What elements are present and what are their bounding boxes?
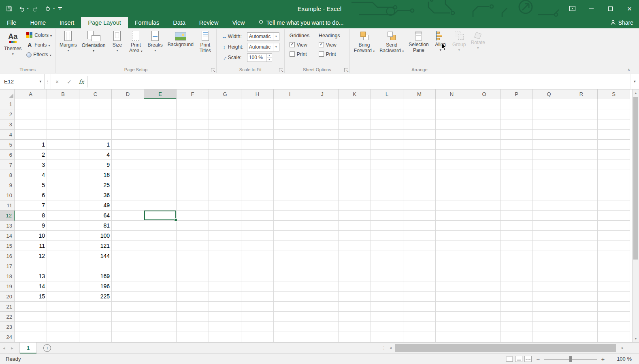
cell-D18[interactable] <box>112 271 144 281</box>
column-header-S[interactable]: S <box>598 89 630 99</box>
cell-E5[interactable] <box>144 140 177 150</box>
cell-A16[interactable]: 12 <box>15 251 47 261</box>
cell-J17[interactable] <box>306 261 339 271</box>
tab-file[interactable]: File <box>0 17 23 28</box>
cell-G20[interactable] <box>209 292 241 302</box>
cell-A22[interactable] <box>15 312 47 322</box>
row-header-17[interactable]: 17 <box>0 261 15 271</box>
cell-J4[interactable] <box>306 130 339 140</box>
cell-Q16[interactable] <box>533 251 565 261</box>
cell-L15[interactable] <box>371 241 403 251</box>
orientation-button[interactable]: Orientation <box>79 30 108 52</box>
cell-M1[interactable] <box>403 99 436 109</box>
cell-B14[interactable] <box>47 231 79 241</box>
cell-F12[interactable] <box>177 211 209 221</box>
page-setup-dialog-launcher[interactable] <box>211 68 215 72</box>
cell-L13[interactable] <box>371 221 403 231</box>
cell-E2[interactable] <box>144 109 177 119</box>
cell-E22[interactable] <box>144 312 177 322</box>
cell-G4[interactable] <box>209 130 241 140</box>
cell-L10[interactable] <box>371 190 403 200</box>
cell-E3[interactable] <box>144 119 177 130</box>
cell-L9[interactable] <box>371 180 403 190</box>
cell-I2[interactable] <box>274 109 306 119</box>
cell-G11[interactable] <box>209 200 241 211</box>
cell-B10[interactable] <box>47 190 79 200</box>
cell-S4[interactable] <box>598 130 630 140</box>
cell-S10[interactable] <box>598 190 630 200</box>
cell-G18[interactable] <box>209 271 241 281</box>
width-combo[interactable]: Automatic <box>247 32 279 41</box>
cell-O12[interactable] <box>468 211 501 221</box>
close-button[interactable]: × <box>620 0 639 17</box>
cell-F21[interactable] <box>177 302 209 312</box>
cell-K11[interactable] <box>339 200 371 211</box>
cell-J14[interactable] <box>306 231 339 241</box>
cell-L2[interactable] <box>371 109 403 119</box>
name-box-caret-icon[interactable]: ▼ <box>37 80 44 83</box>
cell-S20[interactable] <box>598 292 630 302</box>
cell-M18[interactable] <box>403 271 436 281</box>
cell-R18[interactable] <box>565 271 598 281</box>
cell-A19[interactable]: 14 <box>15 281 47 292</box>
column-header-J[interactable]: J <box>306 89 339 99</box>
cell-P7[interactable] <box>501 160 533 170</box>
cell-H6[interactable] <box>241 150 274 160</box>
cell-D8[interactable] <box>112 170 144 180</box>
cell-R5[interactable] <box>565 140 598 150</box>
cell-R21[interactable] <box>565 302 598 312</box>
cell-P3[interactable] <box>501 119 533 130</box>
column-header-E[interactable]: E <box>144 89 177 99</box>
cell-I20[interactable] <box>274 292 306 302</box>
cell-P9[interactable] <box>501 180 533 190</box>
sheet-tab-1[interactable]: 1 <box>19 343 37 353</box>
column-header-I[interactable]: I <box>274 89 306 99</box>
row-header-8[interactable]: 8 <box>0 170 15 180</box>
cell-K12[interactable] <box>339 211 371 221</box>
row-header-22[interactable]: 22 <box>0 312 15 322</box>
cell-C21[interactable] <box>79 302 112 312</box>
cell-B5[interactable] <box>47 140 79 150</box>
cell-I15[interactable] <box>274 241 306 251</box>
headings-view-option[interactable]: View <box>319 40 345 49</box>
column-header-N[interactable]: N <box>436 89 468 99</box>
row-header-23[interactable]: 23 <box>0 322 15 332</box>
cell-D5[interactable] <box>112 140 144 150</box>
cell-N19[interactable] <box>436 281 468 292</box>
cell-J18[interactable] <box>306 271 339 281</box>
cell-B20[interactable] <box>47 292 79 302</box>
cell-D17[interactable] <box>112 261 144 271</box>
bring-forward-button[interactable]: BringForward <box>351 30 377 54</box>
cell-J11[interactable] <box>306 200 339 211</box>
cell-O23[interactable] <box>468 322 501 332</box>
cell-I21[interactable] <box>274 302 306 312</box>
cell-N13[interactable] <box>436 221 468 231</box>
row-header-2[interactable]: 2 <box>0 109 15 119</box>
headings-view-checkbox[interactable] <box>319 42 324 47</box>
cell-R12[interactable] <box>565 211 598 221</box>
cell-L8[interactable] <box>371 170 403 180</box>
cell-A8[interactable]: 4 <box>15 170 47 180</box>
zoom-slider-thumb[interactable] <box>569 356 572 362</box>
cell-I11[interactable] <box>274 200 306 211</box>
vertical-scroll-thumb[interactable] <box>633 97 638 260</box>
cell-A7[interactable]: 3 <box>15 160 47 170</box>
cell-B13[interactable] <box>47 221 79 231</box>
cell-D15[interactable] <box>112 241 144 251</box>
cell-N23[interactable] <box>436 322 468 332</box>
cell-C12[interactable]: 64 <box>79 211 112 221</box>
undo-caret-icon[interactable]: ▾ <box>27 7 29 10</box>
cell-J21[interactable] <box>306 302 339 312</box>
cell-O10[interactable] <box>468 190 501 200</box>
cell-O3[interactable] <box>468 119 501 130</box>
cell-K14[interactable] <box>339 231 371 241</box>
cell-R6[interactable] <box>565 150 598 160</box>
cell-H11[interactable] <box>241 200 274 211</box>
cell-Q10[interactable] <box>533 190 565 200</box>
tab-view[interactable]: View <box>225 17 251 28</box>
cell-A1[interactable] <box>15 99 47 109</box>
column-header-R[interactable]: R <box>565 89 598 99</box>
cell-C6[interactable]: 4 <box>79 150 112 160</box>
cell-I3[interactable] <box>274 119 306 130</box>
cell-J9[interactable] <box>306 180 339 190</box>
